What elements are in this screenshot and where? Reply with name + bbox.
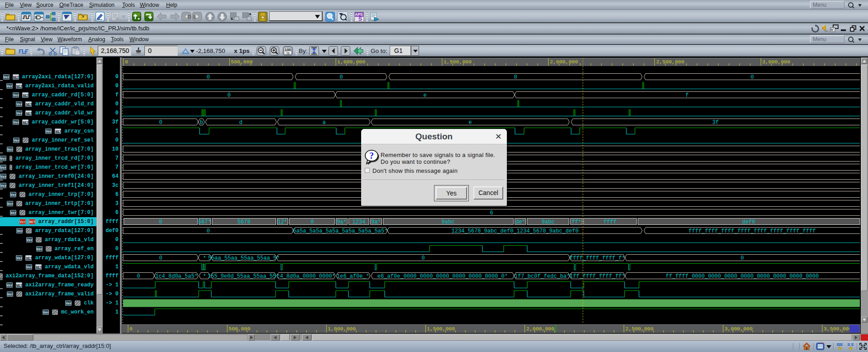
svg-text:2,000,000: 2,000,000 — [550, 59, 578, 65]
svg-text:9a*: 9a* — [337, 219, 347, 225]
svg-text:a: a — [322, 119, 325, 126]
svg-text:5678: 5678 — [238, 219, 251, 225]
svg-text:0: 0 — [421, 255, 424, 262]
svg-text:0: 0 — [206, 74, 210, 81]
svg-text:0: 0 — [159, 119, 162, 126]
svg-text:1,000,000: 1,000,000 — [337, 59, 365, 65]
svg-text:ffff_ffff_ffff_ffff_ffff_ffff_: ffff_ffff_ffff_ffff_ffff_ffff_ffff_ffff — [689, 228, 816, 234]
svg-text:0: 0 — [159, 255, 162, 262]
svg-text:2,500,000: 2,500,000 — [656, 59, 684, 65]
svg-text:0: 0 — [137, 273, 140, 280]
svg-text:1,500,000: 1,500,000 — [427, 326, 455, 332]
svg-text:0: 0 — [125, 59, 128, 65]
svg-text:0: 0 — [310, 219, 314, 225]
svg-text:1e6_af0e_*: 1e6_af0e_* — [337, 273, 369, 280]
svg-text:3,500,000: 3,500,000 — [824, 326, 852, 332]
svg-text:ffff_ffff_ffff_f*: ffff_ffff_ffff_f* — [570, 255, 625, 262]
svg-text:0: 0 — [750, 74, 754, 81]
svg-text:1234_5678_9abc_def0_1234_5678_: 1234_5678_9abc_def0_1234_5678_9abc_def0 — [452, 228, 579, 234]
svg-text:567*: 567* — [198, 219, 211, 225]
svg-text:500,000: 500,000 — [231, 59, 253, 65]
svg-text:1,500,000: 1,500,000 — [444, 59, 472, 65]
svg-text:500,000: 500,000 — [229, 326, 250, 332]
svg-text:1f7_bc0f_fedc_ba*: 1f7_bc0f_fedc_ba* — [515, 273, 570, 280]
svg-text:3,000,000: 3,000,000 — [725, 326, 753, 332]
svg-text:0: 0 — [740, 255, 744, 262]
svg-text:0: 0 — [514, 74, 517, 81]
svg-text:9a*: 9a* — [371, 219, 381, 225]
svg-text:b: b — [200, 119, 203, 126]
svg-text:3f: 3f — [712, 119, 719, 126]
svg-text:d: d — [239, 119, 242, 126]
svg-text:6: 6 — [490, 210, 493, 216]
svg-text:*: * — [203, 255, 206, 262]
svg-text:12*: 12* — [277, 219, 287, 225]
svg-text:0: 0 — [339, 74, 343, 81]
svg-text:c4_8d0a_0000_0000*: c4_8d0a_0000_0000* — [277, 273, 335, 280]
svg-text:?: ? — [369, 151, 374, 161]
svg-text:f: f — [685, 92, 688, 99]
svg-text:1,000,000: 1,000,000 — [328, 326, 356, 332]
svg-text:5a5a_5a5a_5a5a_5a5a_5a5a_5a5*: 5a5a_5a5a_5a5a_5a5a_5a5a_5a5* — [293, 228, 388, 234]
svg-text:2,500,000: 2,500,000 — [625, 326, 653, 332]
svg-text:*: * — [203, 273, 206, 280]
svg-text:def0: def0 — [742, 219, 755, 225]
svg-text:0: 0 — [206, 228, 210, 234]
svg-text:2,000,000: 2,000,000 — [526, 326, 554, 332]
svg-text:1234: 1234 — [353, 219, 366, 225]
svg-text:0: 0 — [159, 219, 162, 225]
svg-text:ff*: ff* — [572, 219, 582, 225]
svg-text:3,000,000: 3,000,000 — [762, 59, 790, 65]
svg-text:155_9e0d_55aa_55aa_55*: 155_9e0d_55aa_55aa_55* — [208, 273, 279, 280]
svg-text:e: e — [423, 92, 426, 99]
svg-text:ff_ffff_0000_0000_0000_0000_00: ff_ffff_0000_0000_0000_0000_0000_0000_00… — [666, 273, 819, 280]
svg-text:de*: de* — [515, 219, 525, 225]
svg-text:9abc: 9abc — [442, 219, 455, 225]
svg-text:9abc: 9abc — [542, 219, 555, 225]
svg-text:55aa_55aa_55aa_55aa_5*: 55aa_55aa_55aa_55aa_5* — [208, 255, 280, 262]
svg-text:1c4_8d0a_5a5*: 1c4_8d0a_5a5* — [155, 273, 198, 280]
svg-text:e: e — [468, 119, 472, 126]
svg-text:e6_af0e_0000_0000_0000_0000_00: e6_af0e_0000_0000_0000_0000_0000_0000_0* — [377, 273, 508, 280]
svg-text:1ff_ffff_ffff_ff*: 1ff_ffff_ffff_ff* — [570, 273, 625, 280]
svg-text:0: 0 — [227, 92, 230, 99]
svg-text:0: 0 — [129, 326, 133, 332]
svg-text:ffff: ffff — [604, 219, 617, 225]
